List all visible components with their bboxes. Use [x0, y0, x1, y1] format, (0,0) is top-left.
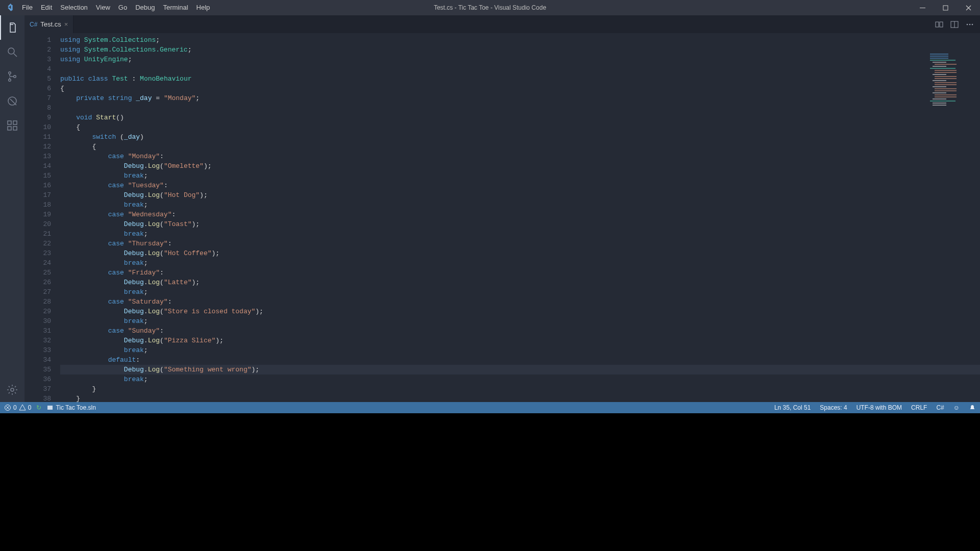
compare-icon[interactable] [935, 20, 943, 29]
code-line[interactable]: Debug.Log("Omelette"); [60, 161, 980, 171]
line-number: 14 [24, 161, 51, 171]
line-number: 9 [24, 113, 51, 122]
code-line[interactable]: { [60, 122, 980, 132]
code-line[interactable]: switch (_day) [60, 132, 980, 142]
cursor-position[interactable]: Ln 35, Col 51 [774, 404, 811, 411]
menu-edit[interactable]: Edit [37, 0, 56, 15]
svg-rect-0 [920, 8, 925, 8]
encoding[interactable]: UTF-8 with BOM [856, 404, 902, 411]
code-line[interactable]: case "Sunday": [60, 326, 980, 336]
code-line[interactable]: private string _day = "Monday"; [60, 93, 980, 103]
editor-tab[interactable]: C# Test.cs × [24, 15, 74, 33]
code-line[interactable]: } [60, 384, 980, 394]
warning-count: 0 [28, 404, 32, 411]
code-line[interactable]: case "Wednesday": [60, 210, 980, 219]
code-line[interactable]: break; [60, 171, 980, 181]
language-mode[interactable]: C# [936, 404, 944, 411]
line-number: 31 [24, 326, 51, 336]
svg-rect-1 [943, 6, 948, 10]
code-line[interactable]: case "Tuesday": [60, 181, 980, 190]
code-line[interactable]: using System.Collections.Generic; [60, 45, 980, 55]
code-line[interactable]: case "Saturday": [60, 297, 980, 307]
debug-icon[interactable] [0, 89, 24, 113]
settings-gear-icon[interactable] [0, 378, 24, 402]
menu-help[interactable]: Help [192, 0, 214, 15]
svg-point-19 [972, 23, 973, 25]
svg-rect-10 [8, 127, 11, 130]
line-number: 1 [24, 35, 51, 45]
indentation[interactable]: Spaces: 4 [820, 404, 847, 411]
error-count: 0 [13, 404, 17, 411]
vscode-logo-icon [0, 4, 18, 12]
source-control-icon[interactable] [0, 64, 24, 89]
maximize-button[interactable] [934, 0, 957, 15]
code-line[interactable]: case "Friday": [60, 268, 980, 278]
code-line[interactable]: using System.Collections; [60, 35, 980, 45]
menu-go[interactable]: Go [114, 0, 131, 15]
eol[interactable]: CRLF [911, 404, 927, 411]
code-line[interactable]: break; [60, 316, 980, 326]
tab-bar: C# Test.cs × [24, 15, 980, 33]
menu-debug[interactable]: Debug [131, 0, 159, 15]
code-line[interactable] [60, 103, 980, 113]
csharp-file-icon: C# [30, 21, 37, 28]
line-number: 21 [24, 229, 51, 239]
menu-terminal[interactable]: Terminal [159, 0, 192, 15]
code-line[interactable]: Debug.Log("Hot Dog"); [60, 190, 980, 200]
minimize-button[interactable] [911, 0, 934, 15]
code-line[interactable]: break; [60, 374, 980, 384]
code-line[interactable]: break; [60, 229, 980, 239]
problems-indicator[interactable]: 0 0 [4, 404, 31, 411]
code-line[interactable]: using UnityEngine; [60, 55, 980, 64]
menu-file[interactable]: File [18, 0, 37, 15]
code-line[interactable]: break; [60, 258, 980, 268]
code-line[interactable]: break; [60, 287, 980, 297]
code-line[interactable]: public class Test : MonoBehaviour [60, 74, 980, 84]
code-line[interactable]: Debug.Log("Pizza Slice"); [60, 336, 980, 345]
code-line[interactable]: case "Monday": [60, 152, 980, 161]
svg-rect-8 [8, 121, 11, 124]
menu-view[interactable]: View [92, 0, 114, 15]
split-editor-icon[interactable] [950, 20, 959, 29]
notifications-icon[interactable] [969, 404, 976, 411]
line-number: 6 [24, 84, 51, 93]
search-icon[interactable] [0, 40, 24, 64]
code-editor[interactable]: 1234567891011121314151617181920212223242… [24, 33, 980, 402]
line-number: 37 [24, 384, 51, 394]
code-content[interactable]: using System.Collections;using System.Co… [60, 33, 980, 402]
code-line[interactable]: Debug.Log("Something went wrong"); [60, 365, 980, 374]
menu-selection[interactable]: Selection [56, 0, 91, 15]
line-number: 20 [24, 219, 51, 229]
code-line[interactable] [60, 64, 980, 74]
code-line[interactable]: } [60, 394, 980, 402]
code-line[interactable]: { [60, 84, 980, 93]
more-actions-icon[interactable] [966, 20, 974, 29]
code-line[interactable]: break; [60, 345, 980, 355]
code-line[interactable]: default: [60, 355, 980, 365]
line-number: 26 [24, 278, 51, 287]
code-line[interactable]: case "Thursday": [60, 239, 980, 248]
line-number: 34 [24, 355, 51, 365]
close-button[interactable] [957, 0, 980, 15]
svg-rect-9 [13, 121, 17, 124]
explorer-icon[interactable] [0, 15, 24, 40]
code-line[interactable]: Debug.Log("Store is closed today"); [60, 307, 980, 316]
sync-icon[interactable]: ↻ [36, 404, 41, 411]
tab-close-icon[interactable]: × [64, 20, 68, 28]
title-bar: FileEditSelectionViewGoDebugTerminalHelp… [0, 0, 980, 15]
code-line[interactable]: break; [60, 200, 980, 210]
solution-indicator[interactable]: Tic Tac Toe.sln [46, 404, 95, 411]
feedback-icon[interactable]: ☺ [953, 404, 960, 411]
extensions-icon[interactable] [0, 113, 24, 138]
code-line[interactable]: void Start() [60, 113, 980, 122]
minimap[interactable] [930, 54, 976, 115]
svg-line-3 [14, 54, 17, 57]
editor-actions [935, 15, 980, 33]
code-line[interactable]: { [60, 142, 980, 152]
code-line[interactable]: Debug.Log("Latte"); [60, 278, 980, 287]
svg-point-17 [967, 23, 968, 25]
line-number: 2 [24, 45, 51, 55]
code-line[interactable]: Debug.Log("Hot Coffee"); [60, 248, 980, 258]
code-line[interactable]: Debug.Log("Toast"); [60, 219, 980, 229]
status-bar: 0 0 ↻ Tic Tac Toe.sln Ln 35, Col 51 Spac… [0, 402, 980, 413]
